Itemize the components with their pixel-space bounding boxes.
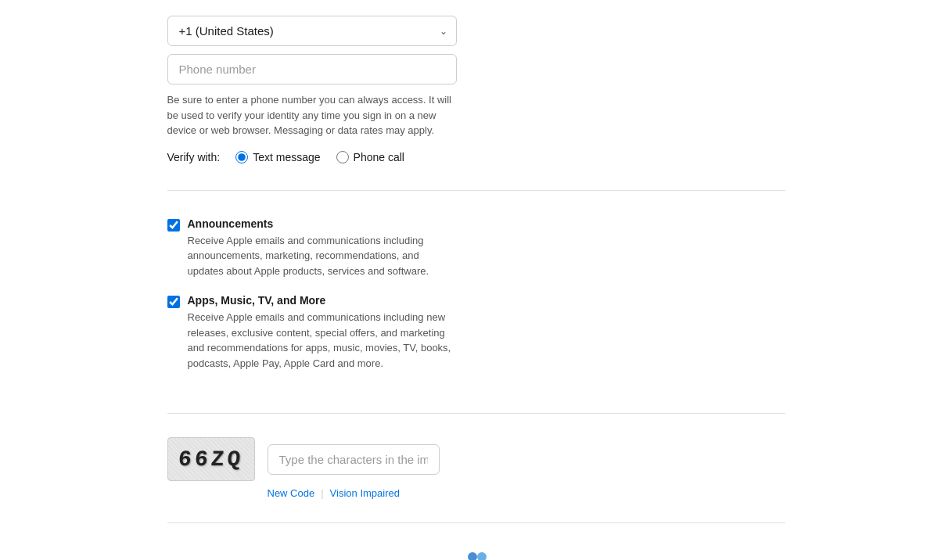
radio-group: Text message Phone call xyxy=(235,151,404,163)
captcha-section: 66ZQ New Code | Vision Impaired xyxy=(167,422,785,515)
vision-impaired-link[interactable]: Vision Impaired xyxy=(330,487,400,499)
phone-hint: Be sure to enter a phone number you can … xyxy=(167,92,457,138)
captcha-links: New Code | Vision Impaired xyxy=(268,487,400,499)
main-content: +1 (United States) +44 (United Kingdom) … xyxy=(167,0,785,560)
announcements-checkbox[interactable] xyxy=(167,219,180,232)
apps-music-item: Apps, Music, TV, and More Receive Apple … xyxy=(167,294,785,371)
privacy-icon-wrapper xyxy=(167,550,785,560)
country-select-wrapper: +1 (United States) +44 (United Kingdom) … xyxy=(167,16,457,46)
apps-music-description: Receive Apple emails and communications … xyxy=(188,310,454,371)
apps-music-checkbox[interactable] xyxy=(167,296,180,308)
announcements-description: Receive Apple emails and communications … xyxy=(188,233,454,279)
announcements-item: Announcements Receive Apple emails and c… xyxy=(167,217,785,279)
country-select[interactable]: +1 (United States) +44 (United Kingdom) … xyxy=(167,16,457,46)
announcements-title: Announcements xyxy=(188,217,454,230)
divider-2 xyxy=(167,413,785,414)
divider-3 xyxy=(167,522,785,523)
captcha-image: 66ZQ xyxy=(167,437,255,481)
bottom-section: Your Apple ID information is used to all… xyxy=(167,531,785,560)
verify-label: Verify with: xyxy=(167,151,221,163)
phone-section: +1 (United States) +44 (United Kingdom) … xyxy=(167,16,785,182)
divider-1 xyxy=(167,190,785,191)
phone-call-option[interactable]: Phone call xyxy=(336,151,404,163)
phone-call-radio[interactable] xyxy=(336,151,349,163)
captcha-row: 66ZQ xyxy=(167,437,440,481)
announcements-section: Announcements Receive Apple emails and c… xyxy=(167,199,785,406)
svg-point-0 xyxy=(477,552,487,560)
phone-input[interactable] xyxy=(167,54,457,84)
new-code-link[interactable]: New Code xyxy=(268,487,315,499)
people-icon xyxy=(461,550,492,560)
page-container: +1 (United States) +44 (United Kingdom) … xyxy=(0,0,952,560)
captcha-input[interactable] xyxy=(268,444,440,475)
text-message-radio[interactable] xyxy=(235,151,248,163)
apps-music-title: Apps, Music, TV, and More xyxy=(188,294,454,307)
svg-point-2 xyxy=(468,552,477,560)
text-message-option[interactable]: Text message xyxy=(235,151,320,163)
phone-call-label: Phone call xyxy=(354,151,404,163)
text-message-label: Text message xyxy=(253,151,320,163)
captcha-link-separator: | xyxy=(321,487,323,499)
apps-music-content: Apps, Music, TV, and More Receive Apple … xyxy=(188,294,454,371)
verify-row: Verify with: Text message Phone call xyxy=(167,151,785,163)
captcha-text: 66ZQ xyxy=(178,447,245,472)
announcements-content: Announcements Receive Apple emails and c… xyxy=(188,217,454,279)
